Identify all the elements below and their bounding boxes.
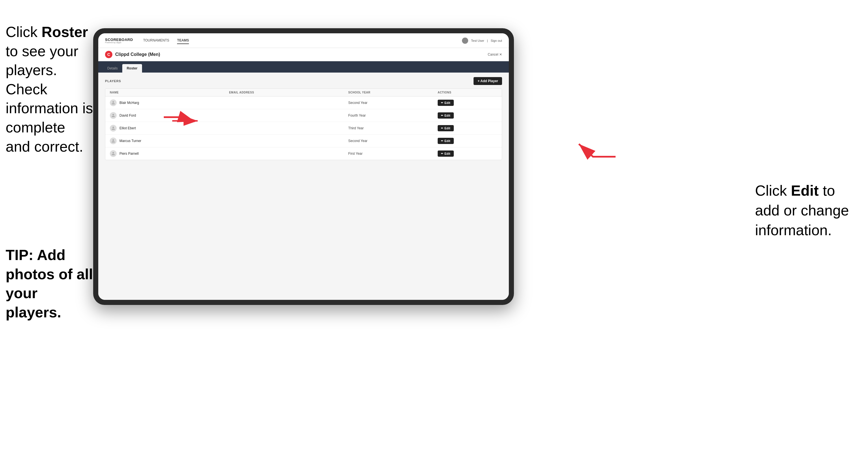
edit-button[interactable]: ✏ Edit: [438, 125, 454, 131]
player-name-cell: Blair McHarg: [110, 99, 229, 106]
logo-sub: Powered by clippd: [105, 41, 133, 43]
player-name-cell: Elliot Ebert: [110, 125, 229, 131]
person-icon: [111, 114, 115, 118]
table-row: Piers Parnell First Year ✏ Edit: [105, 147, 502, 160]
team-name-area: C Clippd College (Men): [105, 51, 160, 58]
nav-items: TOURNAMENTS TEAMS: [143, 37, 462, 44]
player-name: Piers Parnell: [119, 152, 138, 156]
nav-tournaments[interactable]: TOURNAMENTS: [143, 37, 169, 44]
col-actions: ACTIONS: [438, 91, 497, 94]
player-actions: ✏ Edit: [438, 113, 497, 119]
tab-bar: Details Roster: [98, 61, 509, 72]
edit-button[interactable]: ✏ Edit: [438, 151, 454, 157]
table-header: NAME EMAIL ADDRESS SCHOOL YEAR ACTIONS: [105, 89, 502, 97]
edit-label: Edit: [444, 152, 451, 155]
players-table: NAME EMAIL ADDRESS SCHOOL YEAR ACTIONS B…: [105, 88, 502, 160]
main-content: PLAYERS + Add Player NAME EMAIL ADDRESS …: [98, 72, 509, 300]
edit-button[interactable]: ✏ Edit: [438, 138, 454, 144]
table-row: Blair McHarg Second Year ✏ Edit: [105, 97, 502, 109]
person-icon: [111, 152, 115, 156]
table-row: David Ford Fourth Year ✏ Edit: [105, 109, 502, 122]
table-body: Blair McHarg Second Year ✏ Edit David Fo…: [105, 97, 502, 160]
app-header: SCOREBOARD Powered by clippd TOURNAMENTS…: [98, 33, 509, 48]
pencil-icon: ✏: [441, 127, 443, 130]
logo-area: SCOREBOARD Powered by clippd: [105, 38, 133, 43]
person-icon: [111, 139, 115, 143]
separator: |: [487, 39, 488, 42]
player-name-cell: Marcus Turner: [110, 137, 229, 144]
col-email: EMAIL ADDRESS: [229, 91, 348, 94]
player-avatar: [110, 150, 117, 157]
player-school-year: Third Year: [348, 126, 438, 130]
tab-roster[interactable]: Roster: [122, 64, 142, 72]
player-avatar: [110, 99, 117, 106]
player-name-cell: David Ford: [110, 112, 229, 119]
annotation-tip: TIP: Add photos of all your players.: [6, 246, 96, 322]
player-actions: ✏ Edit: [438, 125, 497, 131]
edit-label: Edit: [444, 101, 451, 104]
table-row: Elliot Ebert Third Year ✏ Edit: [105, 122, 502, 135]
add-player-button[interactable]: + Add Player: [473, 77, 502, 85]
pencil-icon: ✏: [441, 114, 443, 117]
tab-details[interactable]: Details: [103, 64, 122, 72]
user-name: Test User: [471, 39, 484, 42]
player-school-year: Fourth Year: [348, 114, 438, 118]
player-school-year: Second Year: [348, 139, 438, 143]
annotation-left: Click Roster to see your players. Check …: [6, 23, 93, 156]
player-actions: ✏ Edit: [438, 100, 497, 106]
col-name: NAME: [110, 91, 229, 94]
section-title: PLAYERS: [105, 79, 121, 83]
player-avatar: [110, 125, 117, 131]
team-name: Clippd College (Men): [115, 52, 160, 57]
tablet-screen: SCOREBOARD Powered by clippd TOURNAMENTS…: [98, 33, 509, 300]
team-logo: C: [105, 51, 113, 58]
player-avatar: [110, 137, 117, 144]
player-name: Blair McHarg: [119, 101, 139, 105]
player-name: Elliot Ebert: [119, 126, 136, 130]
person-icon: [111, 101, 115, 105]
player-name: David Ford: [119, 114, 136, 118]
edit-label: Edit: [444, 126, 451, 130]
annotation-right: Click Edit to add or change information.: [755, 181, 857, 240]
pencil-icon: ✏: [441, 101, 443, 104]
table-row: Marcus Turner Second Year ✏ Edit: [105, 135, 502, 147]
team-header: C Clippd College (Men) Cancel ✕: [98, 48, 509, 61]
person-icon: [111, 126, 115, 130]
cancel-button[interactable]: Cancel ✕: [488, 53, 502, 57]
player-actions: ✏ Edit: [438, 138, 497, 144]
user-avatar-icon: [462, 37, 468, 44]
sign-out-link[interactable]: Sign out: [491, 39, 502, 42]
annotation-edit-bold: Edit: [791, 182, 818, 199]
section-header: PLAYERS + Add Player: [105, 77, 502, 85]
tablet-device: SCOREBOARD Powered by clippd TOURNAMENTS…: [93, 28, 514, 305]
col-school-year: SCHOOL YEAR: [348, 91, 438, 94]
edit-button[interactable]: ✏ Edit: [438, 113, 454, 119]
edit-label: Edit: [444, 139, 451, 143]
player-name-cell: Piers Parnell: [110, 150, 229, 157]
annotation-roster-bold: Roster: [41, 24, 88, 40]
nav-teams[interactable]: TEAMS: [177, 37, 189, 44]
player-school-year: First Year: [348, 152, 438, 156]
pencil-icon: ✏: [441, 152, 443, 155]
player-school-year: Second Year: [348, 101, 438, 105]
header-right: Test User | Sign out: [462, 37, 502, 44]
player-actions: ✏ Edit: [438, 151, 497, 157]
player-name: Marcus Turner: [119, 139, 141, 143]
player-avatar: [110, 112, 117, 119]
pencil-icon: ✏: [441, 139, 443, 142]
edit-button[interactable]: ✏ Edit: [438, 100, 454, 106]
logo-text: SCOREBOARD: [105, 38, 133, 41]
edit-label: Edit: [444, 114, 451, 117]
